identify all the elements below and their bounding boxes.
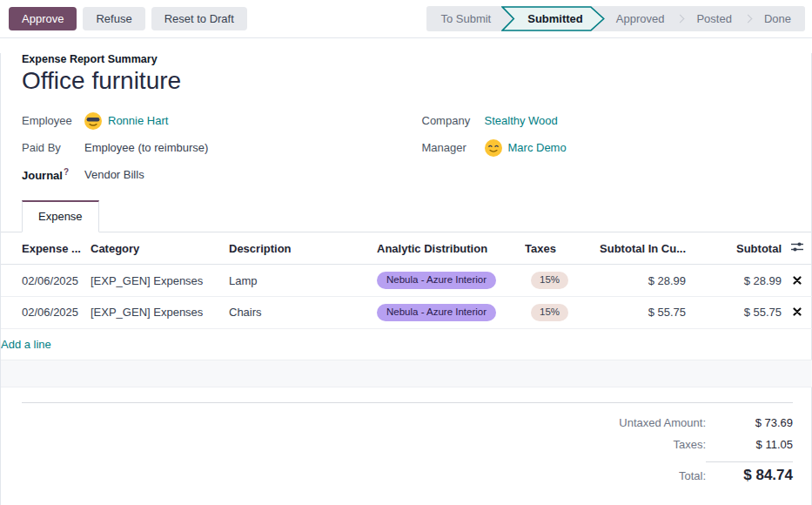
header-description[interactable]: Description <box>229 232 377 265</box>
untaxed-amount-row: Untaxed Amount: $ 73.69 <box>584 412 793 434</box>
cell-date[interactable]: 02/06/2025 <box>1 265 91 297</box>
status-step-label: Submitted <box>527 12 583 25</box>
manager-link[interactable]: Marc Demo <box>508 141 567 154</box>
action-toolbar: Approve Refuse Reset to Draft To Submit … <box>0 0 812 38</box>
untaxed-amount-value: $ 73.69 <box>706 416 793 429</box>
expense-line-row[interactable]: 02/06/2025 [EXP_GEN] Expenses Lamp Nebul… <box>1 265 812 297</box>
cell-subtotal-currency[interactable]: $ 28.99 <box>594 265 690 297</box>
tax-badge[interactable]: 15% <box>531 272 568 289</box>
delete-x-icon <box>793 307 802 316</box>
status-bar: To Submit Submitted Approved Posted Done <box>426 6 805 31</box>
journal-field-row: Journal? Vendor Bills <box>22 161 391 188</box>
cell-description[interactable]: Lamp <box>229 265 377 297</box>
delete-line-button[interactable] <box>786 265 812 297</box>
cell-subtotal[interactable]: $ 55.75 <box>690 296 786 328</box>
reset-to-draft-button[interactable]: Reset to Draft <box>151 7 247 30</box>
taxes-label: Taxes: <box>584 438 706 451</box>
employee-value: Ronnie Hart <box>84 112 168 130</box>
paid-by-value[interactable]: Employee (to reimburse) <box>84 141 208 154</box>
expense-lines-table: Expense ... Category Description Analyti… <box>1 232 812 387</box>
status-step-to-submit[interactable]: To Submit <box>426 6 505 31</box>
totals-divider <box>22 402 793 403</box>
expense-report-sheet: Expense Report Summary Office furniture … <box>0 53 812 505</box>
help-question-icon[interactable]: ? <box>64 167 69 177</box>
cell-date[interactable]: 02/06/2025 <box>1 296 91 328</box>
empty-row <box>1 360 812 387</box>
paid-by-label: Paid By <box>22 141 84 154</box>
summary-label: Expense Report Summary <box>22 53 790 65</box>
cell-subtotal-currency[interactable]: $ 55.75 <box>594 296 690 328</box>
company-label: Company <box>422 114 485 127</box>
cell-analytic[interactable]: Nebula - Azure Interior <box>377 265 525 297</box>
expense-line-row[interactable]: 02/06/2025 [EXP_GEN] Expenses Chairs Neb… <box>1 296 812 328</box>
employee-link[interactable]: Ronnie Hart <box>108 114 168 127</box>
total-row: Total: $ 84.74 <box>584 455 793 488</box>
header-analytic-distribution[interactable]: Analytic Distribution <box>377 232 525 265</box>
delete-line-button[interactable] <box>786 296 812 328</box>
untaxed-amount-label: Untaxed Amount: <box>584 416 706 429</box>
employee-field-row: Employee Ronnie Hart <box>22 107 391 134</box>
notebook-tab-strip: Expense <box>1 199 811 232</box>
manager-value: Marc Demo <box>485 139 567 157</box>
employee-label: Employee <box>22 114 84 127</box>
field-column-right: Company Stealthy Wood Manager Marc Demo <box>422 107 791 188</box>
optional-columns-icon[interactable] <box>786 232 812 265</box>
tab-expense[interactable]: Expense <box>22 200 99 232</box>
journal-value[interactable]: Vendor Bills <box>84 168 144 181</box>
status-step-done[interactable]: Done <box>750 6 805 31</box>
approve-button[interactable]: Approve <box>9 7 77 30</box>
report-title-field[interactable]: Office furniture <box>22 67 790 95</box>
analytic-badge[interactable]: Nebula - Azure Interior <box>377 272 496 289</box>
journal-label-text: Journal <box>22 169 63 182</box>
status-step-posted[interactable]: Posted <box>682 6 745 31</box>
refuse-button[interactable]: Refuse <box>83 7 144 30</box>
header-subtotal-currency[interactable]: Subtotal In Cu... <box>594 232 690 265</box>
empty-row-band <box>1 360 812 387</box>
field-grid: Employee Ronnie Hart Paid By Employee (t… <box>22 107 790 188</box>
cell-taxes[interactable]: 15% <box>525 296 594 328</box>
table-header-row: Expense ... Category Description Analyti… <box>1 232 812 265</box>
cell-category[interactable]: [EXP_GEN] Expenses <box>91 296 229 328</box>
journal-label: Journal? <box>22 167 84 182</box>
tax-badge[interactable]: 15% <box>531 304 568 321</box>
taxes-row: Taxes: $ 11.05 <box>584 434 793 455</box>
company-field-row: Company Stealthy Wood <box>422 107 791 134</box>
status-step-approved[interactable]: Approved <box>602 6 679 31</box>
taxes-value: $ 11.05 <box>706 438 793 451</box>
manager-avatar <box>485 139 502 157</box>
header-taxes[interactable]: Taxes <box>525 232 594 265</box>
field-column-left: Employee Ronnie Hart Paid By Employee (t… <box>22 107 391 188</box>
delete-x-icon <box>793 276 802 285</box>
add-a-line-row: Add a line <box>1 328 812 360</box>
manager-field-row: Manager Marc Demo <box>422 134 791 161</box>
action-buttons: Approve Refuse Reset to Draft <box>9 7 247 30</box>
status-step-submitted-active[interactable]: Submitted <box>501 6 606 31</box>
sliders-icon <box>790 241 804 252</box>
header-expense-date[interactable]: Expense ... <box>1 232 91 265</box>
manager-label: Manager <box>422 141 485 154</box>
cell-category[interactable]: [EXP_GEN] Expenses <box>91 265 229 297</box>
header-subtotal[interactable]: Subtotal <box>690 232 786 265</box>
total-value: $ 84.74 <box>706 461 793 484</box>
employee-avatar <box>84 112 102 130</box>
analytic-badge[interactable]: Nebula - Azure Interior <box>377 304 496 321</box>
cell-analytic[interactable]: Nebula - Azure Interior <box>377 296 525 328</box>
add-a-line-link[interactable]: Add a line <box>1 328 812 360</box>
company-link[interactable]: Stealthy Wood <box>485 114 558 127</box>
cell-description[interactable]: Chairs <box>229 296 377 328</box>
header-category[interactable]: Category <box>91 232 229 265</box>
cell-taxes[interactable]: 15% <box>525 265 594 297</box>
cell-subtotal[interactable]: $ 28.99 <box>690 265 786 297</box>
total-label: Total: <box>584 464 706 482</box>
totals-block: Untaxed Amount: $ 73.69 Taxes: $ 11.05 T… <box>1 412 793 488</box>
paid-by-field-row: Paid By Employee (to reimburse) <box>22 134 391 161</box>
